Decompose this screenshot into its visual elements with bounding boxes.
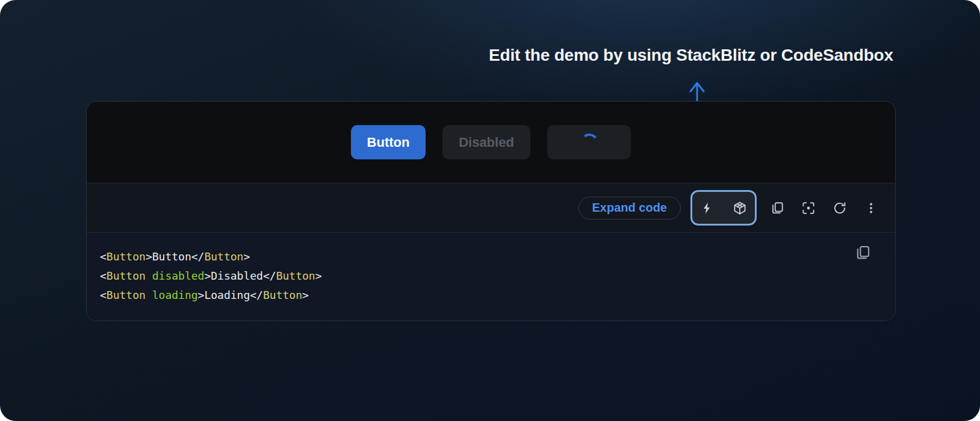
sandbox-buttons-group <box>690 190 757 226</box>
code-locate-button[interactable] <box>796 196 820 220</box>
code-line: <Button>Button</Button> <box>100 247 895 266</box>
codesandbox-cube-icon <box>733 201 747 215</box>
loading-spinner-icon <box>579 132 600 153</box>
kebab-menu-button[interactable] <box>859 196 883 220</box>
expand-code-button[interactable]: Expand code <box>578 197 681 220</box>
code-block: <Button>Button</Button><Button disabled>… <box>87 233 895 321</box>
copy-code-button[interactable] <box>852 242 873 264</box>
refresh-icon <box>832 200 848 216</box>
copy-icon <box>854 244 872 263</box>
page-background: Edit the demo by using StackBlitz or Cod… <box>0 0 980 421</box>
arrow-head <box>690 83 704 91</box>
copy-button[interactable] <box>765 196 789 220</box>
stackblitz-bolt-icon <box>701 201 714 215</box>
copy-icon <box>769 200 785 216</box>
primary-demo-button[interactable]: Button <box>351 125 426 159</box>
loading-demo-button[interactable] <box>547 125 631 159</box>
codesandbox-cube-button[interactable] <box>728 196 752 220</box>
disabled-demo-button: Disabled <box>442 125 530 159</box>
demo-preview-area: ButtonDisabled <box>87 102 895 183</box>
code-locate-icon <box>801 200 816 216</box>
code-line: <Button loading>Loading</Button> <box>100 286 895 305</box>
stackblitz-bolt-button[interactable] <box>695 196 719 220</box>
refresh-button[interactable] <box>828 196 852 220</box>
annotation-text: Edit the demo by using StackBlitz or Cod… <box>489 46 893 65</box>
demo-button-label: Button <box>367 135 410 150</box>
demo-button-label: Disabled <box>459 135 514 150</box>
code-line: <Button disabled>Disabled</Button> <box>100 266 895 286</box>
demo-card: ButtonDisabled Expand code <Button>Butto… <box>86 101 896 321</box>
expand-code-label: Expand code <box>592 201 667 215</box>
kebab-menu-icon <box>864 201 878 215</box>
demo-toolbar: Expand code <box>87 183 895 233</box>
